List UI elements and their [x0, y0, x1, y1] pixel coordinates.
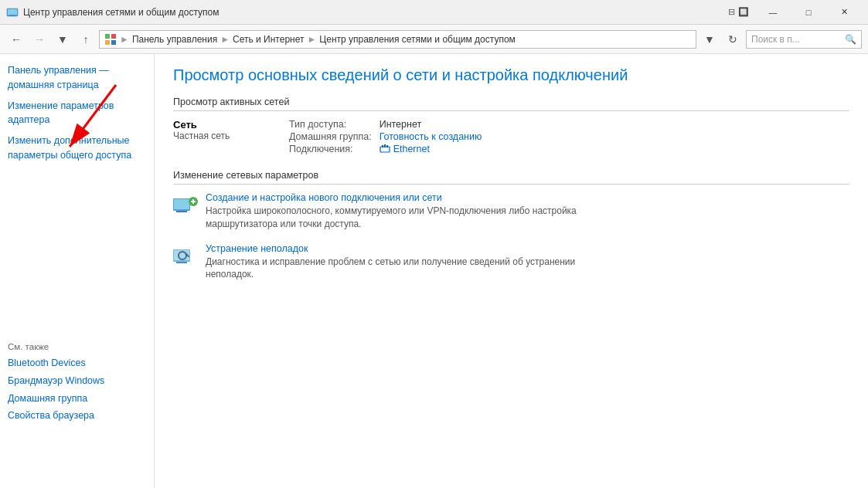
svg-rect-2: [9, 15, 15, 16]
svg-rect-1: [8, 9, 17, 15]
svg-rect-3: [105, 34, 110, 39]
access-type-value: Интернет: [380, 119, 482, 130]
page-title: Просмотр основных сведений о сети и наст…: [173, 66, 849, 84]
main-layout: Панель управления —домашняя страница Изм…: [0, 54, 868, 488]
path-sep-2: ►: [220, 34, 230, 45]
control-panel-icon: [104, 33, 117, 46]
svg-rect-10: [386, 145, 388, 147]
change-settings-header: Изменение сетевых параметров: [173, 170, 849, 185]
network-details: Тип доступа: Интернет Домашняя группа: Г…: [289, 119, 482, 154]
see-also-firewall[interactable]: Брандмауэр Windows: [8, 374, 147, 388]
svg-rect-4: [111, 34, 116, 39]
address-path[interactable]: ► Панель управления ► Сеть и Интернет ► …: [99, 30, 696, 49]
settings-item-troubleshoot: Устранение неполадок Диагностика и испра…: [173, 243, 849, 282]
search-icon: 🔍: [845, 34, 856, 45]
svg-rect-6: [111, 40, 116, 45]
svg-rect-19: [176, 262, 187, 263]
access-type-label: Тип доступа:: [289, 119, 372, 130]
dropdown-button[interactable]: ▼: [53, 29, 73, 49]
settings-section: Изменение сетевых параметров: [173, 170, 849, 281]
address-bar: ← → ▼ ↑ ► Панель управления ► Сеть и Инт…: [0, 25, 868, 54]
settings-text-troubleshoot: Устранение неполадок Диагностика и испра…: [206, 243, 592, 282]
home-group-label: Домашняя группа:: [289, 131, 372, 142]
address-dropdown-button[interactable]: ▼: [700, 29, 720, 49]
network-name: Сеть: [173, 119, 266, 130]
active-networks-header: Просмотр активных сетей: [173, 97, 849, 111]
connection-label: Подключения:: [289, 144, 372, 154]
up-button[interactable]: ↑: [76, 29, 96, 49]
window-icon: [6, 6, 19, 19]
see-also-browser[interactable]: Свойства браузера: [8, 408, 147, 423]
svg-rect-5: [105, 40, 110, 45]
maximize-button[interactable]: □: [791, 0, 826, 25]
title-bar: Центр управления сетями и общим доступом…: [0, 0, 868, 25]
see-also-bluetooth[interactable]: Bluetooth Devices: [8, 356, 147, 371]
create-connection-icon: [173, 194, 198, 219]
back-button[interactable]: ←: [6, 29, 26, 49]
sidebar-sharing-link[interactable]: Изменить дополнительныепараметры общего …: [8, 134, 146, 163]
troubleshoot-link[interactable]: Устранение неполадок: [206, 243, 592, 254]
troubleshoot-desc: Диагностика и исправление проблем с сеть…: [206, 256, 592, 282]
minimize-button[interactable]: —: [755, 0, 791, 25]
content-area: Просмотр основных сведений о сети и наст…: [155, 54, 868, 488]
ethernet-link[interactable]: Ethernet: [380, 144, 482, 154]
sidebar-adapter-link[interactable]: Изменение параметровадаптера: [8, 99, 146, 128]
see-also-title: См. также: [8, 342, 147, 351]
network-info: Сеть Частная сеть: [173, 119, 266, 141]
path-sep-1: ►: [120, 34, 129, 45]
svg-rect-9: [384, 144, 386, 147]
svg-rect-16: [192, 199, 194, 204]
see-also-homegroup[interactable]: Домашняя группа: [8, 391, 147, 406]
window-title: Центр управления сетями и общим доступом: [23, 7, 728, 18]
search-box[interactable]: Поиск в п... 🔍: [746, 30, 862, 49]
create-connection-desc: Настройка широкополосного, коммутируемог…: [206, 205, 592, 231]
svg-rect-13: [176, 211, 187, 212]
taskbar-info: ⊟🔲: [728, 7, 749, 17]
svg-rect-8: [382, 145, 383, 147]
settings-item-create: Создание и настройка нового подключения …: [173, 192, 849, 231]
sidebar: Панель управления —домашняя страница Изм…: [0, 54, 155, 488]
ethernet-icon: [380, 144, 390, 154]
sidebar-home-link[interactable]: Панель управления —домашняя страница: [8, 63, 146, 93]
svg-rect-12: [174, 199, 189, 209]
close-button[interactable]: ✕: [826, 0, 862, 25]
path-network-internet[interactable]: Сеть и Интернет: [233, 34, 304, 45]
create-connection-link[interactable]: Создание и настройка нового подключения …: [206, 192, 592, 203]
troubleshoot-icon: [173, 245, 198, 269]
window-controls: — □ ✕: [755, 0, 862, 25]
network-type: Частная сеть: [173, 130, 266, 141]
forward-button[interactable]: →: [29, 29, 49, 49]
see-also-section: См. также Bluetooth Devices Брандмауэр W…: [8, 331, 147, 426]
path-sep-3: ►: [307, 34, 316, 45]
ethernet-label: Ethernet: [393, 144, 430, 154]
troubleshoot-svg: [173, 246, 198, 268]
svg-rect-7: [380, 147, 390, 152]
settings-text-create: Создание и настройка нового подключения …: [206, 192, 592, 231]
path-control-panel[interactable]: Панель управления: [132, 34, 217, 45]
refresh-button[interactable]: ↻: [723, 29, 743, 49]
search-placeholder: Поиск в п...: [751, 34, 845, 45]
path-network-center[interactable]: Центр управления сетями и общим доступом: [319, 34, 516, 45]
home-group-value[interactable]: Готовность к созданию: [380, 131, 482, 142]
create-connection-svg: [173, 195, 198, 217]
active-networks: Сеть Частная сеть Тип доступа: Интернет …: [173, 119, 849, 154]
